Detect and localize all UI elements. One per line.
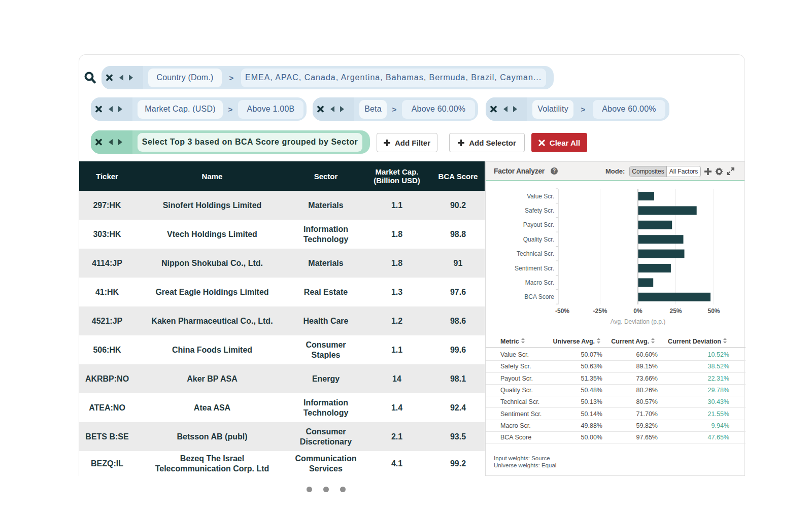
svg-text:50%: 50%: [707, 307, 720, 315]
svg-text:25%: 25%: [669, 307, 682, 315]
svg-text:-50%: -50%: [555, 307, 569, 315]
svg-text:BCA Score: BCA Score: [524, 293, 554, 300]
svg-text:Safety Scr.: Safety Scr.: [525, 207, 554, 214]
svg-text:0%: 0%: [633, 307, 642, 315]
svg-text:Technical Scr.: Technical Scr.: [517, 250, 554, 257]
svg-text:Macro Scr.: Macro Scr.: [525, 279, 554, 286]
svg-text:Avg. Deviation (p.p.): Avg. Deviation (p.p.): [611, 318, 666, 325]
svg-text:Payout Scr.: Payout Scr.: [523, 221, 554, 228]
svg-text:Value Scr.: Value Scr.: [527, 193, 554, 200]
svg-text:-25%: -25%: [593, 307, 607, 315]
svg-text:Quality Scr.: Quality Scr.: [523, 236, 554, 243]
svg-text:Sentiment Scr.: Sentiment Scr.: [515, 265, 554, 272]
